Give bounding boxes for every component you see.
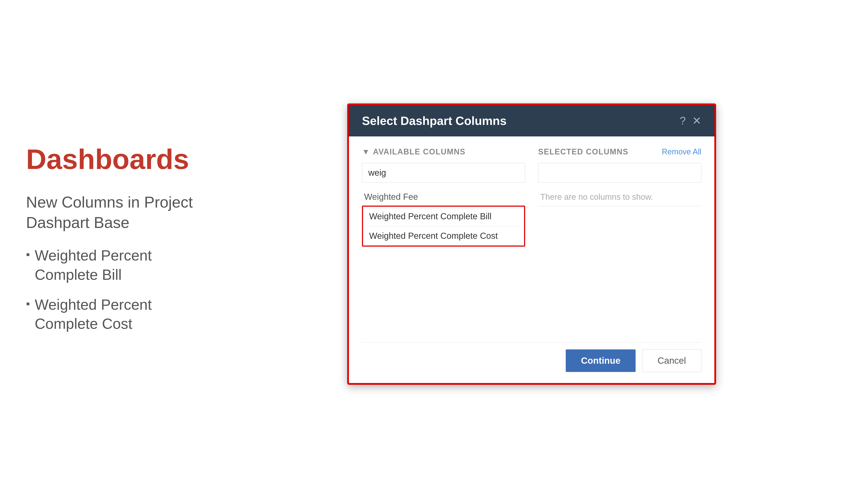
column-item-bill[interactable]: Weighted Percent Complete Bill: [363, 207, 524, 226]
page-container: Dashboards New Columns in Project Dashpa…: [0, 0, 868, 488]
dialog-title: Select Dashpart Columns: [362, 114, 506, 128]
bullet-list: Weighted Percent Complete Bill Weighted …: [26, 246, 208, 333]
help-icon[interactable]: ?: [680, 115, 686, 127]
cancel-button[interactable]: Cancel: [642, 349, 701, 372]
remove-all-link[interactable]: Remove All: [662, 147, 701, 156]
available-columns-header: ▼ AVAILABLE COLUMNS: [362, 147, 525, 156]
dialog-footer: Continue Cancel: [349, 343, 714, 383]
available-columns-panel: ▼ AVAILABLE COLUMNS Weighted Fee Weighte…: [362, 147, 525, 332]
right-panel: Select Dashpart Columns ? ✕ ▼ AVAILABLE …: [221, 103, 842, 385]
selected-search-input[interactable]: [538, 163, 701, 183]
list-item: Weighted Percent Complete Bill: [26, 246, 208, 284]
dialog-header-icons: ? ✕: [680, 115, 701, 127]
selected-columns-panel: SELECTED COLUMNS Remove All There are no…: [538, 147, 701, 332]
dialog: Select Dashpart Columns ? ✕ ▼ AVAILABLE …: [349, 105, 714, 383]
selected-columns-header: SELECTED COLUMNS Remove All: [538, 147, 701, 156]
dialog-header: Select Dashpart Columns ? ✕: [349, 105, 714, 136]
list-item: Weighted Percent Complete Cost: [26, 295, 208, 333]
selected-columns-label: SELECTED COLUMNS: [538, 147, 628, 156]
no-columns-text: There are no columns to show.: [538, 188, 701, 206]
left-panel: Dashboards New Columns in Project Dashpa…: [26, 144, 221, 344]
search-input[interactable]: [362, 163, 525, 183]
column-item-cost[interactable]: Weighted Percent Complete Cost: [363, 226, 524, 246]
subtitle: New Columns in Project Dashpart Base: [26, 192, 208, 233]
dialog-outer: Select Dashpart Columns ? ✕ ▼ AVAILABLE …: [347, 103, 716, 385]
available-columns-label: AVAILABLE COLUMNS: [373, 147, 466, 156]
page-title: Dashboards: [26, 144, 208, 175]
continue-button[interactable]: Continue: [566, 349, 636, 372]
filter-icon: ▼: [362, 147, 370, 156]
weighted-fee-item[interactable]: Weighted Fee: [362, 188, 525, 206]
highlighted-column-items: Weighted Percent Complete Bill Weighted …: [362, 206, 525, 247]
close-icon[interactable]: ✕: [692, 115, 701, 127]
dialog-body: ▼ AVAILABLE COLUMNS Weighted Fee Weighte…: [349, 136, 714, 343]
